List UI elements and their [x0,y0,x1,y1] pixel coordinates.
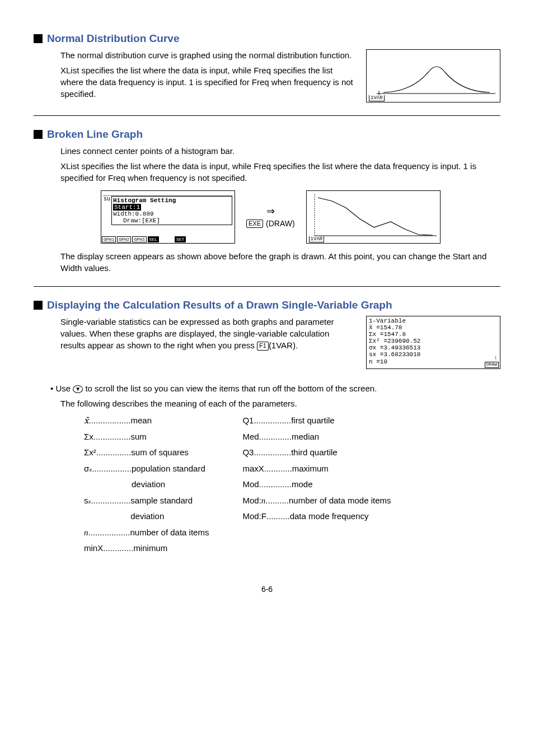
param-sym: n [84,525,88,541]
broken-p1: Lines connect center points of a histogr… [60,145,500,157]
normal-curve-screen: 1VAR [366,49,500,102]
param-dots: ............ [264,461,292,477]
down-arrow-icon: ↓ [494,354,498,361]
section-header-broken: Broken Line Graph [34,128,500,141]
arrow: ⇒ [246,205,295,217]
param-desc: population standarddeviation [132,461,205,493]
square-bullet [34,301,43,310]
param-sym: x̄ [84,413,88,429]
param-col-left: x̄ ..................mean Σx ...........… [84,413,209,557]
section-title: Displaying the Calculation Results of a … [47,299,392,311]
square-bullet [34,130,43,139]
param-dots: ............. [103,540,133,557]
softkey-row: GPH1 GPH2 GPH3 SEL SET [102,236,186,242]
param-sym: Q3 [242,445,254,461]
param-desc: number of data mode items [289,493,391,509]
square-bullet [34,34,43,43]
broken-p3: The display screen appears as shown abov… [60,250,500,274]
softkey: GPH2 [117,236,131,242]
param-dots: ................. [91,493,130,525]
param-desc: median [292,429,319,445]
param-desc: sample standarddeviation [130,493,193,525]
param-sym: Σx² [84,445,96,461]
param-desc: data mode frequency [290,508,369,525]
draw-softkey: DRAW [485,362,499,368]
param-desc: sum [130,429,146,445]
results-p1b: (1VAR). [269,340,298,350]
section-header-results: Displaying the Calculation Results of a … [34,299,500,311]
param-sym: Mod:F [242,508,266,525]
param-dots: ............... [96,445,132,461]
param-desc: first quartile [291,413,335,429]
hist-start: Start:1 [113,204,141,211]
param-dots: .......... [265,493,289,509]
hist-draw: Draw:[EXE] [113,217,231,224]
softkey: GPH1 [102,236,116,242]
param-desc: minimum [133,540,167,557]
param-dots: ................. [92,461,132,493]
scroll-bullet: • Use ▼ to scroll the list so you can vi… [50,382,500,394]
one-variable-results-screen: 1-Variable x̄ =154.78 Σx =1547.8 Σx² =23… [366,316,500,369]
param-sym: Q1 [242,413,254,429]
param-dots: .......... [266,508,290,525]
stats-row: σx =3.49336513 [369,344,498,351]
f1-key: F1 [257,342,269,350]
section-header-normal: Normal Distribution Curve [34,32,500,45]
arrow-label: (DRAW) [266,219,295,228]
param-sym: Mod:n [242,493,265,509]
screen-label: 1VAR [369,95,385,101]
param-sym: Med [242,429,259,445]
param-dots: ................ [254,413,291,429]
screen-label: 1VAR [309,236,325,242]
param-desc: third quartile [291,445,338,461]
parameter-columns: x̄ ..................mean Σx ...........… [84,413,500,557]
param-dots: .............. [259,429,292,445]
param-dots: .................. [88,413,130,429]
page-number: 6-6 [34,585,500,594]
param-desc: mode [292,477,313,493]
param-col-right: Q1 ................first quartile Med...… [242,413,391,557]
param-sym: minX [84,540,103,557]
section-title: Broken Line Graph [47,128,143,141]
param-dots: .............. [259,477,292,493]
histogram-setting-screen: su Histogram Setting Start:1 Width:0.889… [101,190,235,244]
param-desc: mean [130,413,152,429]
param-desc: maximum [292,461,329,477]
bullet-b: to scroll the list so you can view the i… [85,384,377,393]
hist-width: Width:0.889 [113,211,231,217]
divider [34,286,500,287]
stats-row: Σx² =239690.52 [369,338,498,344]
stats-row: n =10 [369,358,498,365]
stats-row: x̄ =154.78 [369,324,498,331]
results-p2: The following describes the meaning of e… [60,398,500,409]
param-sym: sx [84,493,91,525]
broken-line-svg [307,191,440,243]
divider [34,115,500,116]
param-sym: maxX [242,461,264,477]
param-desc: number of data items [130,525,209,541]
softkey: SET [175,236,186,242]
exe-key: EXE [246,220,263,228]
stats-title: 1-Variable [369,318,498,324]
broken-p2: XList specifies the list where the data … [60,160,500,184]
hist-title: Histogram Setting [113,197,231,204]
stats-row: Σx =1547.8 [369,331,498,338]
param-dots: ................ [93,429,131,445]
softkey: SEL [148,236,159,242]
param-sym: Mod [242,477,259,493]
broken-line-screen: 1VAR [306,190,441,244]
param-desc: sum of squares [131,445,189,461]
bullet-a: • Use [50,384,73,393]
down-cursor-key-icon: ▼ [73,385,83,393]
section-title: Normal Distribution Curve [47,32,179,45]
broken-figure-row: su Histogram Setting Start:1 Width:0.889… [101,190,500,244]
normal-curve-svg [367,50,500,102]
param-sym: σx [84,461,92,493]
softkey: GPH3 [132,236,146,242]
param-dots: .................. [88,525,130,541]
arrow-block: ⇒ EXE (DRAW) [246,205,295,229]
stats-row: sx =3.68233018 [369,351,498,358]
param-sym: Σx [84,429,93,445]
param-dots: ................ [254,445,291,461]
